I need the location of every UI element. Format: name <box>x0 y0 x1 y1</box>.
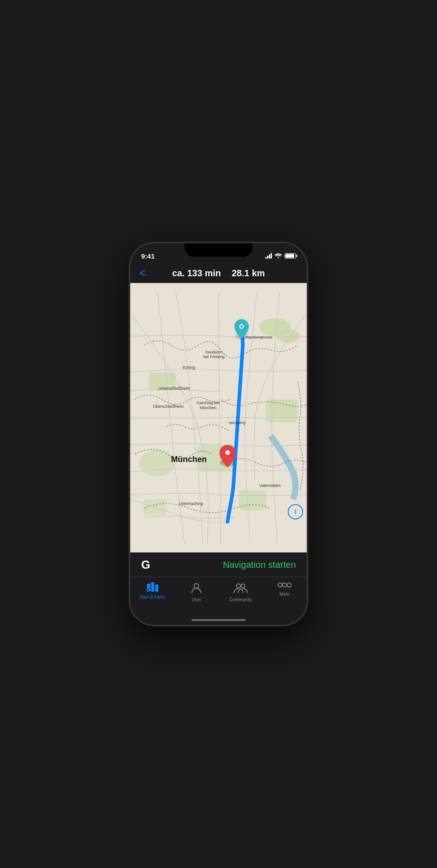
svg-text:Unterschleißheim: Unterschleißheim <box>158 386 190 391</box>
notch <box>185 243 252 257</box>
nav-start-button[interactable]: Navigation starten <box>223 560 296 570</box>
svg-text:bei Freising: bei Freising <box>204 354 225 359</box>
phone-frame: 9:41 <box>130 243 307 625</box>
tab-label-navi: Navi & Karte <box>140 594 165 599</box>
navi-karte-icon <box>146 582 159 593</box>
back-button[interactable]: < <box>139 268 146 278</box>
svg-rect-30 <box>151 582 154 592</box>
tab-label-community: Community <box>229 597 252 602</box>
user-icon <box>190 582 202 595</box>
svg-text:München: München <box>171 455 207 464</box>
svg-rect-31 <box>155 585 158 592</box>
svg-text:Vaterstetten: Vaterstetten <box>259 483 281 488</box>
home-bar <box>191 619 246 621</box>
signal-icon <box>265 253 272 259</box>
svg-point-38 <box>287 583 291 587</box>
google-logo: G <box>141 558 150 572</box>
tab-label-mehr: Mehr <box>280 592 290 597</box>
svg-rect-4 <box>266 400 298 422</box>
mehr-icon <box>277 582 292 590</box>
svg-point-26 <box>240 325 243 328</box>
map-svg: Neufahrn bei Freising Eching Hambergmoos… <box>130 283 307 552</box>
phone-screen: 9:41 <box>130 243 307 625</box>
svg-text:i: i <box>294 508 296 515</box>
tab-item-navi[interactable]: Navi & Karte <box>130 582 175 599</box>
status-icons <box>265 253 296 259</box>
svg-text:Unterhaching: Unterhaching <box>179 501 203 506</box>
nav-header: < ca. 133 min 28.1 km <box>130 263 307 283</box>
community-icon <box>233 582 248 595</box>
svg-point-6 <box>139 449 176 476</box>
svg-point-34 <box>236 584 240 588</box>
tab-label-user: User <box>192 597 201 602</box>
svg-text:Neufahrn: Neufahrn <box>205 350 222 354</box>
status-time: 9:41 <box>141 252 155 260</box>
svg-point-36 <box>278 583 282 587</box>
svg-text:Hambergmoos: Hambergmoos <box>246 335 273 340</box>
tab-bar: Navi & Karte User <box>130 577 307 615</box>
home-indicator <box>130 615 307 625</box>
wifi-icon <box>275 253 282 259</box>
svg-rect-7 <box>239 490 266 510</box>
tab-item-mehr[interactable]: Mehr <box>263 582 307 597</box>
battery-icon <box>285 253 296 259</box>
svg-point-33 <box>194 584 199 588</box>
tab-item-community[interactable]: Community <box>218 582 263 602</box>
svg-text:Eching: Eching <box>183 365 195 370</box>
nav-info: ca. 133 min 28.1 km <box>172 268 265 278</box>
svg-point-35 <box>241 584 245 588</box>
svg-text:Oberschleißheim: Oberschleißheim <box>153 404 184 409</box>
svg-point-37 <box>283 583 287 587</box>
svg-text:Garching bei: Garching bei <box>196 401 219 405</box>
map-container[interactable]: Neufahrn bei Freising Eching Hambergmoos… <box>130 283 307 552</box>
nav-distance: 28.1 km <box>232 268 265 278</box>
svg-text:Ismaning: Ismaning <box>229 420 246 425</box>
bottom-bar: G Navigation starten <box>130 552 307 577</box>
nav-duration: ca. 133 min <box>172 268 221 278</box>
svg-point-2 <box>277 330 300 343</box>
svg-text:München: München <box>200 406 216 410</box>
svg-point-22 <box>225 450 230 455</box>
tab-item-user[interactable]: User <box>175 582 219 602</box>
